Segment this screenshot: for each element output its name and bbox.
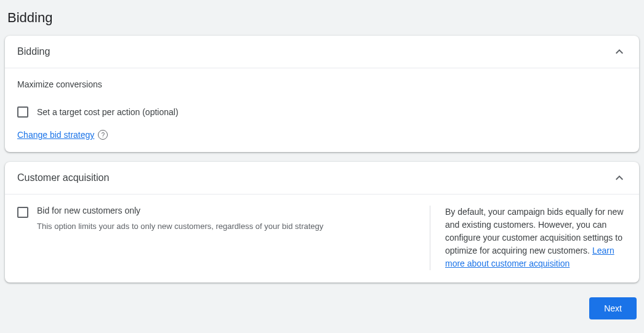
bidding-card-body: Maximize conversions Set a target cost p… [5, 68, 639, 152]
page-title: Bidding [7, 10, 637, 26]
help-icon[interactable]: ? [98, 130, 108, 140]
target-cpa-label: Set a target cost per action (optional) [37, 107, 179, 117]
acquisition-card-title: Customer acquisition [17, 172, 109, 183]
chevron-up-icon [612, 44, 627, 59]
new-customers-desc: This option limits your ads to only new … [37, 222, 323, 231]
bidding-card: Bidding Maximize conversions Set a targe… [5, 36, 639, 152]
bidding-card-title: Bidding [17, 46, 50, 57]
chevron-up-icon [612, 171, 627, 185]
new-customers-row: Bid for new customers only This option l… [17, 206, 415, 231]
acquisition-left-col: Bid for new customers only This option l… [17, 206, 430, 270]
new-customers-label: Bid for new customers only [37, 206, 323, 215]
customer-acquisition-card: Customer acquisition Bid for new custome… [5, 162, 639, 283]
acquisition-card-header[interactable]: Customer acquisition [5, 162, 639, 195]
footer: Next [5, 292, 639, 324]
change-strategy-row: Change bid strategy ? [17, 130, 627, 140]
next-button[interactable]: Next [589, 297, 637, 319]
bidding-card-header[interactable]: Bidding [5, 36, 639, 68]
target-cpa-checkbox[interactable] [17, 106, 28, 118]
bid-strategy-value: Maximize conversions [17, 79, 627, 89]
change-bid-strategy-link[interactable]: Change bid strategy [17, 130, 94, 140]
target-cpa-row: Set a target cost per action (optional) [17, 106, 627, 118]
acquisition-card-body: Bid for new customers only This option l… [5, 195, 639, 283]
new-customers-checkbox[interactable] [17, 207, 28, 218]
acquisition-info-panel: By default, your campaign bids equally f… [430, 206, 627, 270]
